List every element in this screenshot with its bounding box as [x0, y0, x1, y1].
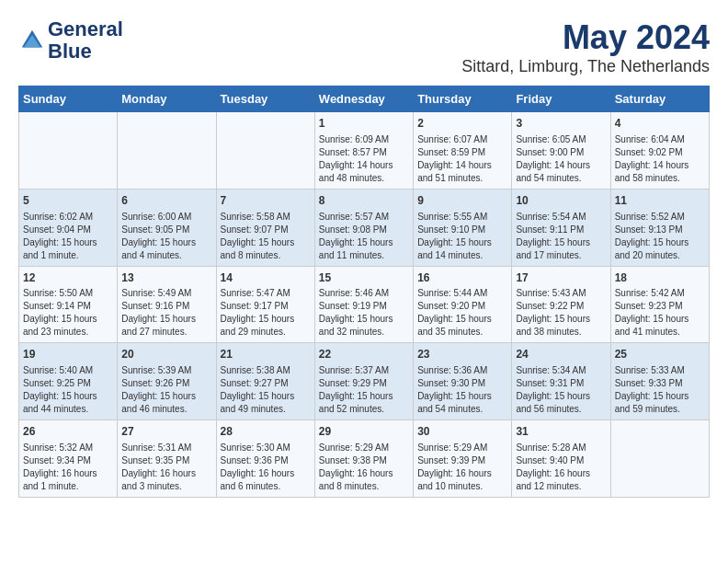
day-number: 5: [23, 193, 113, 209]
day-number: 13: [121, 270, 211, 286]
calendar-cell: 8Sunrise: 5:57 AM Sunset: 9:08 PM Daylig…: [314, 189, 413, 266]
calendar-cell: 5Sunrise: 6:02 AM Sunset: 9:04 PM Daylig…: [19, 189, 118, 266]
day-info: Sunrise: 5:50 AM Sunset: 9:14 PM Dayligh…: [23, 287, 113, 339]
day-number: 25: [615, 347, 705, 362]
day-of-week-header: Saturday: [610, 86, 709, 112]
day-of-week-header: Friday: [512, 86, 610, 112]
calendar-cell: 14Sunrise: 5:47 AM Sunset: 9:17 PM Dayli…: [216, 266, 314, 343]
calendar-cell: 2Sunrise: 6:07 AM Sunset: 8:59 PM Daylig…: [414, 112, 512, 190]
calendar-cell: 15Sunrise: 5:46 AM Sunset: 9:19 PM Dayli…: [314, 266, 413, 343]
day-info: Sunrise: 5:34 AM Sunset: 9:31 PM Dayligh…: [516, 364, 606, 416]
day-info: Sunrise: 5:52 AM Sunset: 9:13 PM Dayligh…: [615, 211, 705, 262]
day-info: Sunrise: 5:54 AM Sunset: 9:11 PM Dayligh…: [516, 211, 606, 262]
day-of-week-header: Monday: [118, 86, 216, 112]
day-number: 19: [23, 347, 113, 362]
day-of-week-header: Wednesday: [314, 86, 413, 112]
calendar-cell: [216, 112, 314, 190]
logo-text: General Blue: [48, 18, 123, 63]
calendar-cell: 6Sunrise: 6:00 AM Sunset: 9:05 PM Daylig…: [118, 189, 216, 266]
day-info: Sunrise: 5:40 AM Sunset: 9:25 PM Dayligh…: [23, 364, 113, 416]
day-number: 4: [615, 116, 705, 132]
calendar-cell: 26Sunrise: 5:32 AM Sunset: 9:34 PM Dayli…: [19, 420, 118, 498]
day-number: 24: [516, 347, 606, 362]
day-number: 2: [417, 116, 507, 132]
day-info: Sunrise: 5:57 AM Sunset: 9:08 PM Dayligh…: [319, 211, 409, 262]
calendar-cell: 22Sunrise: 5:37 AM Sunset: 9:29 PM Dayli…: [314, 343, 413, 420]
day-number: 11: [615, 193, 705, 209]
day-info: Sunrise: 5:58 AM Sunset: 9:07 PM Dayligh…: [221, 211, 311, 262]
calendar-cell: 17Sunrise: 5:43 AM Sunset: 9:22 PM Dayli…: [512, 266, 610, 343]
calendar-cell: 31Sunrise: 5:28 AM Sunset: 9:40 PM Dayli…: [512, 420, 610, 498]
calendar-cell: 25Sunrise: 5:33 AM Sunset: 9:33 PM Dayli…: [610, 343, 709, 420]
day-info: Sunrise: 5:29 AM Sunset: 9:38 PM Dayligh…: [319, 442, 409, 493]
day-info: Sunrise: 6:00 AM Sunset: 9:05 PM Dayligh…: [121, 211, 211, 262]
logo: General Blue: [18, 18, 123, 63]
calendar-cell: 29Sunrise: 5:29 AM Sunset: 9:38 PM Dayli…: [314, 420, 413, 498]
calendar-week-row: 19Sunrise: 5:40 AM Sunset: 9:25 PM Dayli…: [19, 343, 710, 420]
day-info: Sunrise: 6:02 AM Sunset: 9:04 PM Dayligh…: [23, 211, 113, 262]
calendar-cell: [118, 112, 216, 190]
calendar-cell: 16Sunrise: 5:44 AM Sunset: 9:20 PM Dayli…: [414, 266, 512, 343]
day-info: Sunrise: 5:38 AM Sunset: 9:27 PM Dayligh…: [221, 364, 311, 416]
day-of-week-header: Sunday: [19, 86, 118, 112]
calendar-cell: 7Sunrise: 5:58 AM Sunset: 9:07 PM Daylig…: [216, 189, 314, 266]
page-header: General Blue May 2024 Sittard, Limburg, …: [18, 18, 710, 76]
day-info: Sunrise: 5:31 AM Sunset: 9:35 PM Dayligh…: [121, 442, 211, 493]
calendar-week-row: 26Sunrise: 5:32 AM Sunset: 9:34 PM Dayli…: [19, 420, 710, 498]
calendar-cell: 3Sunrise: 6:05 AM Sunset: 9:00 PM Daylig…: [512, 112, 610, 190]
day-number: 21: [221, 347, 311, 362]
day-info: Sunrise: 6:09 AM Sunset: 8:57 PM Dayligh…: [319, 133, 409, 185]
day-of-week-header: Tuesday: [216, 86, 314, 112]
day-number: 1: [319, 116, 409, 132]
logo-icon: [18, 27, 46, 54]
calendar-cell: 30Sunrise: 5:29 AM Sunset: 9:39 PM Dayli…: [414, 420, 512, 498]
day-number: 18: [615, 270, 705, 286]
day-number: 23: [417, 347, 507, 362]
subtitle: Sittard, Limburg, The Netherlands: [461, 57, 710, 76]
day-number: 30: [417, 424, 507, 440]
calendar-cell: 19Sunrise: 5:40 AM Sunset: 9:25 PM Dayli…: [19, 343, 118, 420]
day-info: Sunrise: 5:39 AM Sunset: 9:26 PM Dayligh…: [121, 364, 211, 416]
calendar-cell: 13Sunrise: 5:49 AM Sunset: 9:16 PM Dayli…: [118, 266, 216, 343]
day-number: 28: [221, 424, 311, 440]
day-number: 20: [121, 347, 211, 362]
calendar-cell: 11Sunrise: 5:52 AM Sunset: 9:13 PM Dayli…: [610, 189, 709, 266]
calendar-cell: 10Sunrise: 5:54 AM Sunset: 9:11 PM Dayli…: [512, 189, 610, 266]
day-number: 8: [319, 193, 409, 209]
day-info: Sunrise: 5:32 AM Sunset: 9:34 PM Dayligh…: [23, 442, 113, 493]
day-info: Sunrise: 5:49 AM Sunset: 9:16 PM Dayligh…: [121, 287, 211, 339]
day-info: Sunrise: 5:30 AM Sunset: 9:36 PM Dayligh…: [221, 442, 311, 493]
calendar-table: SundayMondayTuesdayWednesdayThursdayFrid…: [18, 86, 710, 498]
day-info: Sunrise: 5:43 AM Sunset: 9:22 PM Dayligh…: [516, 287, 606, 339]
main-title: May 2024: [461, 18, 710, 57]
calendar-cell: 28Sunrise: 5:30 AM Sunset: 9:36 PM Dayli…: [216, 420, 314, 498]
day-of-week-header: Thursday: [414, 86, 512, 112]
day-number: 26: [23, 424, 113, 440]
day-info: Sunrise: 6:04 AM Sunset: 9:02 PM Dayligh…: [615, 133, 705, 185]
day-number: 10: [516, 193, 606, 209]
day-number: 12: [23, 270, 113, 286]
calendar-week-row: 12Sunrise: 5:50 AM Sunset: 9:14 PM Dayli…: [19, 266, 710, 343]
day-info: Sunrise: 5:55 AM Sunset: 9:10 PM Dayligh…: [417, 211, 507, 262]
day-info: Sunrise: 6:07 AM Sunset: 8:59 PM Dayligh…: [417, 133, 507, 185]
calendar-week-row: 1Sunrise: 6:09 AM Sunset: 8:57 PM Daylig…: [19, 112, 710, 190]
calendar-cell: 4Sunrise: 6:04 AM Sunset: 9:02 PM Daylig…: [610, 112, 709, 190]
day-number: 29: [319, 424, 409, 440]
calendar-cell: 20Sunrise: 5:39 AM Sunset: 9:26 PM Dayli…: [118, 343, 216, 420]
title-block: May 2024 Sittard, Limburg, The Netherlan…: [461, 18, 710, 76]
calendar-cell: 27Sunrise: 5:31 AM Sunset: 9:35 PM Dayli…: [118, 420, 216, 498]
calendar-cell: 21Sunrise: 5:38 AM Sunset: 9:27 PM Dayli…: [216, 343, 314, 420]
day-number: 3: [516, 116, 606, 132]
day-info: Sunrise: 5:28 AM Sunset: 9:40 PM Dayligh…: [516, 442, 606, 493]
calendar-cell: 24Sunrise: 5:34 AM Sunset: 9:31 PM Dayli…: [512, 343, 610, 420]
day-info: Sunrise: 5:42 AM Sunset: 9:23 PM Dayligh…: [615, 287, 705, 339]
day-info: Sunrise: 6:05 AM Sunset: 9:00 PM Dayligh…: [516, 133, 606, 185]
day-number: 6: [121, 193, 211, 209]
day-number: 14: [221, 270, 311, 286]
calendar-cell: [19, 112, 118, 190]
calendar-cell: 12Sunrise: 5:50 AM Sunset: 9:14 PM Dayli…: [19, 266, 118, 343]
calendar-cell: 18Sunrise: 5:42 AM Sunset: 9:23 PM Dayli…: [610, 266, 709, 343]
day-info: Sunrise: 5:37 AM Sunset: 9:29 PM Dayligh…: [319, 364, 409, 416]
calendar-header-row: SundayMondayTuesdayWednesdayThursdayFrid…: [19, 86, 710, 112]
day-info: Sunrise: 5:33 AM Sunset: 9:33 PM Dayligh…: [615, 364, 705, 416]
